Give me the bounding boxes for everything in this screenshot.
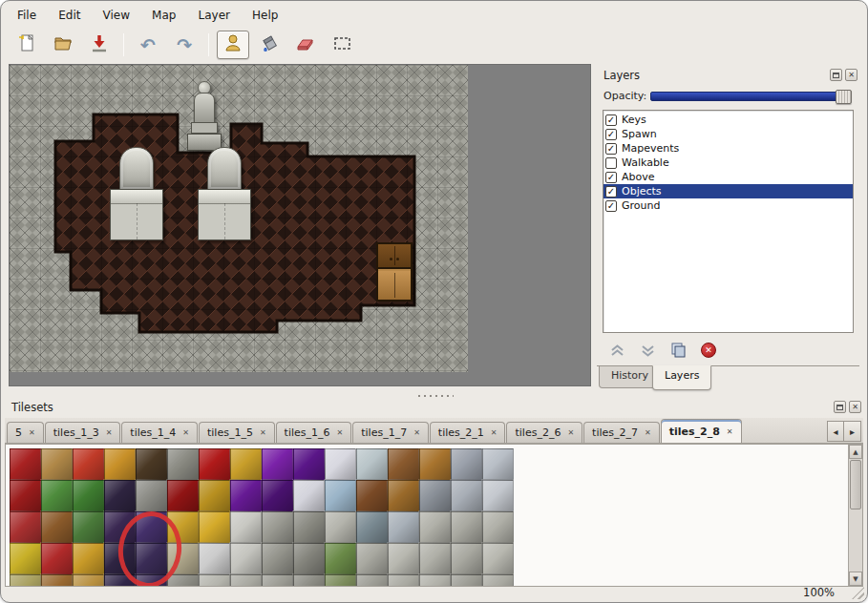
tab-close-icon[interactable]: ✕ xyxy=(645,428,651,437)
tileset-tile[interactable] xyxy=(262,448,293,480)
layer-visibility-checkbox[interactable]: ✓ xyxy=(605,114,617,126)
tileset-tile[interactable] xyxy=(388,448,419,480)
tab-close-icon[interactable]: ✕ xyxy=(413,428,420,437)
tileset-tab-tiles_1_6[interactable]: tiles_1_6✕ xyxy=(276,422,352,443)
lower-layer-button[interactable] xyxy=(635,341,660,360)
tab-close-icon[interactable]: ✕ xyxy=(727,427,733,436)
tileset-tile[interactable] xyxy=(325,511,356,543)
tileset-tile[interactable] xyxy=(419,448,451,480)
tileset-tile[interactable] xyxy=(136,448,167,480)
tileset-tile[interactable] xyxy=(230,511,262,543)
tileset-tab-tiles_1_7[interactable]: tiles_1_7✕ xyxy=(352,422,429,443)
tileset-tile[interactable] xyxy=(293,480,325,511)
delete-layer-button[interactable]: ✕ xyxy=(696,341,721,360)
tileset-tile[interactable] xyxy=(293,448,325,480)
tileset-tile[interactable] xyxy=(262,480,293,511)
tileset-tile[interactable] xyxy=(41,511,73,543)
layer-row-mapevents[interactable]: ✓Mapevents xyxy=(603,141,853,156)
menu-view[interactable]: View xyxy=(95,7,138,24)
tileset-tab-tiles_2_7[interactable]: tiles_2_7✕ xyxy=(583,422,660,443)
tab-close-icon[interactable]: ✕ xyxy=(337,428,344,437)
tileset-tile[interactable] xyxy=(388,511,419,543)
tileset-tile[interactable] xyxy=(325,574,356,587)
tileset-tile[interactable] xyxy=(325,543,356,574)
duplicate-layer-button[interactable] xyxy=(666,341,690,360)
tileset-tile[interactable] xyxy=(73,480,104,511)
tileset-tile[interactable] xyxy=(230,574,262,587)
tileset-scrollbar[interactable]: ▲ ▼ xyxy=(848,445,862,586)
tab-close-icon[interactable]: ✕ xyxy=(260,428,266,437)
tileset-tile[interactable] xyxy=(104,511,136,543)
tileset-tile[interactable] xyxy=(199,480,230,511)
tileset-tab-tiles_1_4[interactable]: tiles_1_4✕ xyxy=(121,422,198,443)
close-panel-button[interactable]: ✕ xyxy=(845,69,857,81)
tileset-tab-5[interactable]: 5✕ xyxy=(7,422,44,443)
tileset-tile[interactable] xyxy=(199,448,230,480)
tileset-tile[interactable] xyxy=(451,511,482,543)
tileset-tile[interactable] xyxy=(136,543,167,574)
tileset-tile[interactable] xyxy=(73,511,104,543)
horizontal-splitter[interactable] xyxy=(1,390,867,399)
layer-row-walkable[interactable]: Walkable xyxy=(603,156,853,170)
opacity-slider-handle[interactable] xyxy=(836,90,852,104)
open-map-button[interactable] xyxy=(47,31,79,59)
layer-visibility-checkbox[interactable]: ✓ xyxy=(605,172,617,183)
tileset-tile[interactable] xyxy=(451,574,482,587)
tileset-tile[interactable] xyxy=(325,448,356,480)
tileset-tile[interactable] xyxy=(73,543,104,574)
layer-row-objects[interactable]: ✓Objects xyxy=(603,184,853,198)
tab-scroll-right-button[interactable]: ▸ xyxy=(844,421,861,442)
eraser-tool-button[interactable] xyxy=(289,31,322,59)
tileset-tile[interactable] xyxy=(167,448,199,480)
menu-map[interactable]: Map xyxy=(143,7,184,24)
tileset-tile[interactable] xyxy=(41,543,73,574)
tileset-tile[interactable] xyxy=(356,543,388,574)
tileset-tile[interactable] xyxy=(136,480,167,511)
scrollbar-thumb[interactable] xyxy=(850,460,861,509)
layer-row-keys[interactable]: ✓Keys xyxy=(603,113,853,127)
tileset-tile[interactable] xyxy=(73,574,104,587)
layer-row-above[interactable]: ✓Above xyxy=(603,170,853,184)
tileset-tile[interactable] xyxy=(10,480,41,511)
tileset-tile[interactable] xyxy=(419,480,451,511)
tileset-tile[interactable] xyxy=(482,448,514,480)
layer-visibility-checkbox[interactable]: ✓ xyxy=(605,200,617,212)
layer-visibility-checkbox[interactable]: ✓ xyxy=(605,129,617,140)
tileset-tile[interactable] xyxy=(10,574,41,587)
menu-layer[interactable]: Layer xyxy=(190,7,239,24)
tileset-tile[interactable] xyxy=(419,574,451,587)
tileset-tile[interactable] xyxy=(167,480,199,511)
map-viewport[interactable] xyxy=(9,64,591,386)
tab-layers[interactable]: Layers xyxy=(652,365,711,390)
tileset-tile[interactable] xyxy=(41,448,73,480)
tab-close-icon[interactable]: ✕ xyxy=(182,428,189,437)
tileset-tile[interactable] xyxy=(199,511,230,543)
tileset-tile[interactable] xyxy=(230,480,262,511)
tab-close-icon[interactable]: ✕ xyxy=(29,428,35,437)
close-panel-button[interactable]: ✕ xyxy=(849,401,861,413)
tileset-tile[interactable] xyxy=(104,480,136,511)
tileset-tile[interactable] xyxy=(482,480,514,511)
tileset-tile[interactable] xyxy=(104,574,136,587)
map-canvas[interactable] xyxy=(10,65,468,372)
tileset-tile[interactable] xyxy=(262,543,293,574)
tileset-tile[interactable] xyxy=(199,543,230,574)
tileset-tile[interactable] xyxy=(73,448,104,480)
tileset-tile[interactable] xyxy=(41,574,73,587)
tileset-tile[interactable] xyxy=(293,543,325,574)
tileset-tile[interactable] xyxy=(10,448,41,480)
tab-close-icon[interactable]: ✕ xyxy=(567,428,574,437)
fill-tool-button[interactable] xyxy=(253,31,286,59)
tab-close-icon[interactable]: ✕ xyxy=(491,428,498,437)
select-tool-button[interactable] xyxy=(326,31,358,59)
tileset-tile[interactable] xyxy=(388,543,419,574)
redo-button[interactable]: ↷ xyxy=(168,31,201,59)
tileset-tile[interactable] xyxy=(419,543,451,574)
tileset-tile[interactable] xyxy=(199,574,230,587)
float-panel-button[interactable] xyxy=(834,401,846,413)
raise-layer-button[interactable] xyxy=(604,341,629,360)
save-map-button[interactable] xyxy=(83,31,116,59)
tileset-tile[interactable] xyxy=(356,448,388,480)
layer-visibility-checkbox[interactable]: ✓ xyxy=(605,143,617,155)
tileset-tile[interactable] xyxy=(482,543,514,574)
